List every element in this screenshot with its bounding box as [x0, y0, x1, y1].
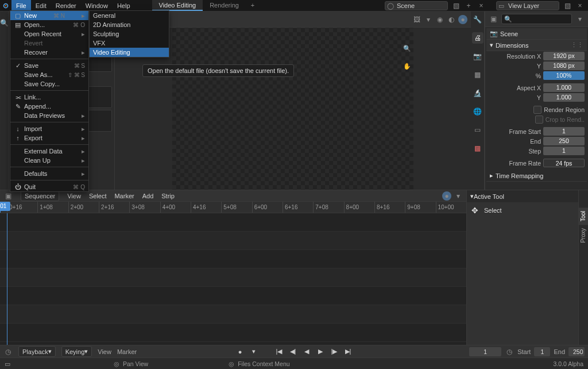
playbar-view[interactable]: View	[98, 348, 111, 355]
seq-menu-strip[interactable]: Strip	[161, 193, 175, 199]
menu-revert[interactable]: Revert	[10, 39, 88, 48]
clock-icon[interactable]: ◷	[505, 347, 514, 356]
scene-new-icon[interactable]: +	[464, 1, 473, 10]
resolution-x-field[interactable]: 1920 px	[543, 52, 585, 60]
menu-import[interactable]: ↓Import▸	[10, 124, 88, 133]
keyframe-prev-button[interactable]: ◀|	[288, 347, 297, 356]
menu-file[interactable]: File	[11, 0, 31, 11]
aspect-y-field[interactable]: 1.000	[543, 93, 585, 102]
resolution-y-field[interactable]: 1080 px	[543, 62, 585, 70]
editor-type-icon[interactable]: ▣	[3, 191, 13, 201]
frame-start-value[interactable]: 1	[534, 347, 550, 356]
shading-icon[interactable]: ●	[458, 15, 467, 24]
editor-type-icon[interactable]: ▣	[489, 14, 498, 24]
new-2d-animation[interactable]: 2D Animation	[90, 20, 169, 29]
menu-save[interactable]: ✓Save⌘ S	[10, 61, 88, 70]
sidebar-tab-proxy[interactable]: Proxy	[579, 225, 588, 247]
playback-dropdown[interactable]: Playback ▾	[18, 346, 56, 357]
menu-link[interactable]: ⫘Link...	[10, 93, 88, 102]
active-tool-header[interactable]: ▾ Active Tool	[467, 190, 578, 202]
frame-rate-select[interactable]: 24 fps	[543, 159, 585, 167]
menu-save-as[interactable]: Save As...⇧ ⌘ S	[10, 70, 88, 79]
overlay-icon[interactable]: ◉	[435, 15, 444, 24]
current-frame-field[interactable]: 1	[469, 347, 501, 356]
pan-icon[interactable]: ✋	[403, 63, 411, 70]
tab-rendering[interactable]: Rendering	[203, 0, 246, 11]
world-icon[interactable]: 🌐	[472, 106, 483, 117]
select-tool-icon[interactable]: ✥	[471, 206, 478, 215]
resolution-pct-field[interactable]: 100%	[543, 71, 585, 80]
preview-viewport[interactable]: 🔍 ✋	[172, 28, 413, 190]
frame-start-field[interactable]: 1	[543, 127, 585, 136]
crop-region-checkbox[interactable]	[535, 116, 543, 124]
tool-icon[interactable]: 🔧	[472, 14, 483, 25]
menu-external-data[interactable]: External Data▸	[10, 147, 88, 156]
jump-to-start-button[interactable]: |◀	[274, 347, 284, 356]
menu-open[interactable]: ▤Open...⌘ O	[10, 20, 88, 29]
tab-video-editing[interactable]: Video Editing	[152, 0, 203, 11]
new-general[interactable]: General	[90, 11, 169, 20]
render-region-checkbox[interactable]	[533, 106, 541, 114]
menu-help[interactable]: Help	[113, 0, 135, 11]
play-reverse-button[interactable]: ◀	[302, 347, 311, 356]
gizmo-icon[interactable]: ◐	[447, 15, 456, 24]
menu-append[interactable]: ✎Append...	[10, 102, 88, 111]
jump-to-end-button[interactable]: ▶|	[343, 347, 353, 356]
scene-field[interactable]: ◯ Scene	[385, 1, 448, 10]
panel-options-icon[interactable]: ⋮⋮	[571, 41, 583, 49]
menu-edit[interactable]: Edit	[31, 0, 51, 11]
frame-end-field[interactable]: 250	[543, 137, 585, 145]
playhead[interactable]: 0+01	[0, 202, 1, 213]
seq-menu-add[interactable]: Add	[142, 193, 154, 199]
play-button[interactable]: ▶	[316, 347, 325, 356]
sequencer-selector[interactable]: Sequencer	[21, 191, 59, 201]
zoom-icon[interactable]: 🔍	[403, 45, 411, 52]
keyframe-next-button[interactable]: |▶	[330, 347, 339, 356]
viewlayer-field[interactable]: ▭ View Layer	[496, 1, 559, 10]
add-workspace-button[interactable]: +	[246, 0, 260, 11]
render-icon[interactable]: 📷	[472, 51, 483, 62]
timeline-ruler[interactable]: 0+01 0+16 1+08 2+00 2+16 3+08 4+00 4+16 …	[0, 202, 466, 213]
new-video-editing[interactable]: Video Editing	[90, 48, 169, 57]
seq-menu-select[interactable]: Select	[89, 193, 107, 199]
viewlayer-new-icon[interactable]: ▧	[563, 1, 572, 10]
dimensions-panel-header[interactable]: ▾Dimensions⋮⋮	[486, 40, 587, 51]
texture-icon[interactable]: ▩	[472, 143, 483, 154]
menu-recover[interactable]: Recover▸	[10, 48, 88, 57]
menu-defaults[interactable]: Defaults▸	[10, 169, 88, 178]
menu-new[interactable]: ▢New⌘ N▸	[10, 11, 88, 20]
seq-menu-marker[interactable]: Marker	[114, 193, 134, 199]
editor-type-icon[interactable]: ◷	[3, 347, 13, 356]
shading-icon[interactable]: ●	[442, 191, 451, 201]
menu-export[interactable]: ↑Export▸	[10, 133, 88, 143]
new-sculpting[interactable]: Sculpting	[90, 29, 169, 39]
sidebar-tab-tool[interactable]: Tool	[579, 207, 588, 225]
menu-clean-up[interactable]: Clean Up▸	[10, 156, 88, 165]
sequencer-tracks[interactable]	[0, 213, 466, 345]
chevron-down-icon[interactable]: ▾	[454, 191, 463, 201]
autokey-button[interactable]: ●	[235, 347, 245, 356]
property-search[interactable]: 🔍	[501, 14, 572, 24]
collection-icon[interactable]: ▭	[472, 124, 483, 136]
menu-render[interactable]: Render	[51, 0, 81, 11]
playbar-marker[interactable]: Marker	[117, 348, 137, 355]
collapse-icon[interactable]: ▭	[5, 360, 10, 367]
menu-window[interactable]: Window	[81, 0, 113, 11]
autokey-dropdown[interactable]: ▾	[249, 347, 258, 356]
viewlayer-prop-icon[interactable]: ▦	[472, 69, 483, 80]
seq-menu-view[interactable]: View	[67, 193, 81, 199]
new-vfx[interactable]: VFX	[90, 39, 169, 48]
scene-panel-header[interactable]: 📷Scene	[486, 28, 587, 40]
frame-step-field[interactable]: 1	[543, 147, 585, 155]
menu-save-copy[interactable]: Save Copy...	[10, 79, 88, 89]
chevron-down-icon[interactable]: ▾	[424, 15, 433, 24]
scene-browse-icon[interactable]: ▧	[451, 1, 461, 10]
menu-data-previews[interactable]: Data Previews▸	[10, 111, 88, 120]
menu-open-recent[interactable]: Open Recent▸	[10, 29, 88, 39]
keying-dropdown[interactable]: Keying ▾	[61, 346, 92, 357]
search-icon[interactable]: 🔍	[0, 15, 8, 31]
menu-quit[interactable]: ⏻Quit⌘ Q	[10, 182, 88, 191]
options-icon[interactable]: ▾	[575, 14, 585, 24]
time-remapping-header[interactable]: ▸Time Remapping	[486, 170, 587, 182]
aspect-x-field[interactable]: 1.000	[543, 83, 585, 92]
